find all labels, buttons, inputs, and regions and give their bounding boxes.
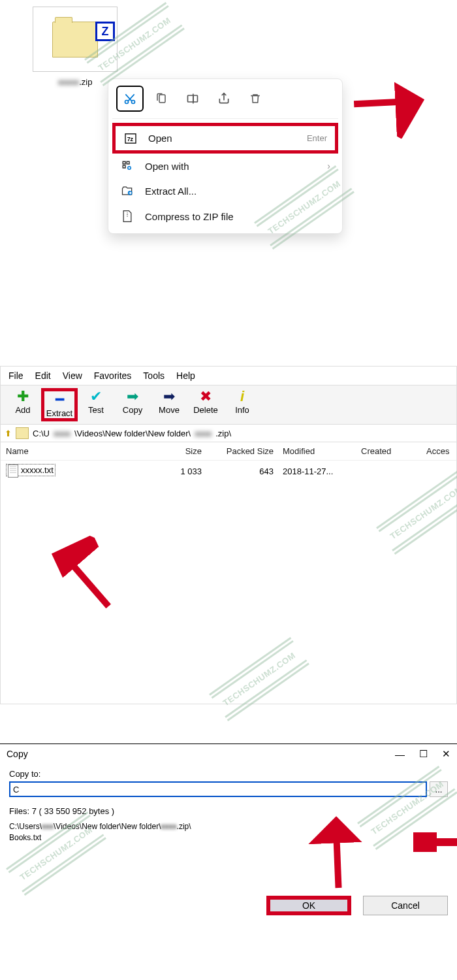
menu-favorites[interactable]: Favorites [94, 370, 132, 381]
cell-modified: 2018-11-27... [274, 466, 352, 476]
annotation-arrow-icon [307, 828, 366, 889]
menu-item-open-with[interactable]: Open with › [112, 154, 338, 178]
svg-point-1 [132, 101, 135, 104]
dialog-titlebar: Copy — ☐ ✕ [0, 744, 457, 764]
close-icon[interactable]: ✕ [442, 748, 450, 760]
menu-label: Compress to ZIP file [145, 211, 330, 222]
menu-label: Extract All... [145, 186, 330, 197]
folder-icon [52, 22, 98, 57]
chevron-right-icon: › [327, 161, 330, 171]
svg-point-0 [125, 101, 129, 104]
toolbar-add[interactable]: ✚Add [5, 388, 41, 421]
menubar: File Edit View Favorites Tools Help [1, 367, 456, 385]
destination-path-input[interactable] [9, 781, 427, 797]
col-packed-size[interactable]: Packed Size [202, 446, 274, 456]
zip-thumbnail: Z [33, 7, 118, 72]
annotation-arrow-icon [66, 540, 112, 621]
annotation-arrow-icon [346, 78, 418, 126]
menu-help[interactable]: Help [176, 370, 195, 381]
path-text: C:\U [33, 429, 50, 438]
compress-icon [120, 210, 134, 223]
maximize-icon[interactable]: ☐ [419, 748, 428, 760]
svg-rect-9 [127, 161, 129, 164]
source-paths: C:\Users\xxx\Videos\New folder\New folde… [9, 821, 448, 843]
menu-view[interactable]: View [63, 370, 82, 381]
path-text: \Videos\New folder\New folder\ [74, 429, 191, 438]
svg-rect-7 [123, 161, 125, 164]
menu-item-extract-all[interactable]: Extract All... [112, 178, 338, 203]
watermark: TECHSCHUMZ.COM [388, 484, 457, 542]
menu-shortcut: Enter [307, 133, 327, 143]
context-menu: 7z Open Enter Open with › Extract All...… [108, 78, 343, 234]
extract-icon [120, 185, 134, 197]
col-size[interactable]: Size [150, 446, 202, 456]
col-created[interactable]: Created [352, 446, 417, 456]
7zip-window: File Edit View Favorites Tools Help ✚Add… [0, 366, 457, 704]
copy-dialog: Copy — ☐ ✕ Copy to: ... Files: 7 ( 33 55… [0, 743, 457, 928]
table-row[interactable]: xxxxx.txt 1 033 643 2018-11-27... [1, 461, 456, 482]
toolbar-copy[interactable]: ➡Copy [114, 388, 151, 421]
menu-label: Open [148, 133, 296, 144]
dialog-title: Copy [7, 749, 395, 759]
folder-icon [16, 427, 29, 439]
file-name: .txt [42, 465, 54, 475]
cell-packed-size: 643 [202, 466, 274, 476]
menu-item-compress-zip[interactable]: Compress to ZIP file [112, 203, 338, 229]
menu-edit[interactable]: Edit [35, 370, 51, 381]
svg-rect-3 [188, 95, 193, 102]
toolbar-move[interactable]: ➡Move [151, 388, 187, 421]
toolbar-test[interactable]: ✔Test [78, 388, 114, 421]
annotation-arrow-icon [436, 809, 456, 877]
toolbar: ✚Add ━Extract ✔Test ➡Copy ➡Move ✖Delete … [1, 385, 456, 425]
svg-line-13 [67, 550, 109, 614]
context-menu-screenshot: Z xxxxx.zip 7z Open Enter Open with › [0, 0, 457, 261]
watermark: TECHSCHUMZ.COM [221, 651, 298, 708]
share-icon[interactable] [210, 86, 238, 112]
col-accessed[interactable]: Acces [417, 446, 451, 456]
context-items-list: 7z Open Enter Open with › Extract All...… [112, 119, 338, 229]
path-text: .zip\ [215, 429, 231, 438]
cancel-button[interactable]: Cancel [363, 896, 448, 915]
col-name[interactable]: Name [6, 446, 150, 456]
copy-icon[interactable] [148, 86, 175, 112]
openwith-icon [120, 160, 134, 172]
svg-line-12 [354, 78, 408, 127]
svg-text:7z: 7z [127, 135, 134, 142]
source-file: Books.txt [9, 832, 448, 843]
address-bar[interactable]: ⬆ C:\Uxxxx\Videos\New folder\New folder\… [1, 425, 456, 442]
menu-item-open[interactable]: 7z Open Enter [112, 123, 338, 154]
toolbar-info[interactable]: iInfo [224, 388, 260, 421]
toolbar-extract[interactable]: ━Extract [41, 388, 78, 421]
delete-icon[interactable] [242, 86, 269, 112]
ok-button[interactable]: OK [266, 896, 351, 915]
svg-line-14 [309, 830, 366, 887]
svg-rect-2 [159, 95, 165, 103]
browse-button[interactable]: ... [430, 781, 448, 797]
cell-size: 1 033 [150, 466, 202, 476]
toolbar-delete[interactable]: ✖Delete [187, 388, 224, 421]
table-header: Name Size Packed Size Modified Created A… [1, 442, 456, 461]
svg-rect-8 [123, 165, 125, 168]
z-badge-icon: Z [95, 22, 115, 41]
zip-file-desktop-icon[interactable]: Z xxxxx.zip [33, 7, 118, 87]
menu-label: Open with [145, 161, 317, 172]
svg-rect-4 [193, 95, 198, 102]
col-modified[interactable]: Modified [274, 446, 352, 456]
minimize-icon[interactable]: — [395, 749, 405, 760]
dialog-body: Copy to: ... Files: 7 ( 33 550 952 bytes… [0, 764, 457, 928]
txt-file-icon [8, 465, 18, 478]
rename-icon[interactable] [179, 86, 206, 112]
up-icon[interactable]: ⬆ [5, 429, 12, 438]
copy-to-label: Copy to: [9, 769, 448, 779]
files-info: Files: 7 ( 33 550 952 bytes ) [9, 806, 448, 816]
7z-icon: 7z [123, 133, 138, 144]
menu-file[interactable]: File [8, 370, 24, 381]
menu-tools[interactable]: Tools [143, 370, 165, 381]
file-label: xxxxx.zip [33, 77, 118, 87]
context-toolbar [112, 83, 338, 119]
cut-icon[interactable] [116, 86, 144, 112]
file-list-body: TECHSCHUMZ.COM TECHSCHUMZ.COM [1, 482, 456, 704]
